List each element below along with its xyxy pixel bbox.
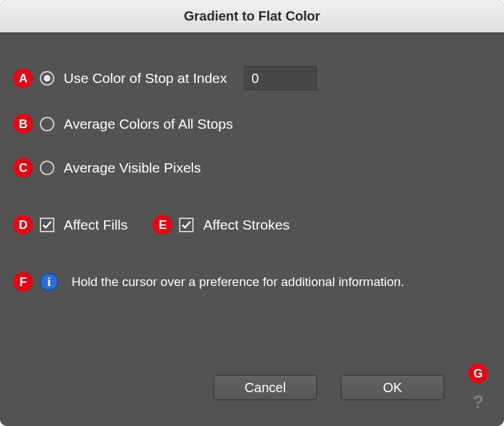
checkbox-label-strokes: Affect Strokes [203,217,289,233]
annotation-badge-f: F [13,272,33,292]
option-row-avg-pixels: C Average Visible Pixels [13,158,491,178]
cancel-button[interactable]: Cancel [214,375,317,400]
annotation-badge-a: A [13,68,33,88]
checkmark-icon [42,220,52,230]
radio-average-stops[interactable] [40,117,54,131]
stop-index-input[interactable] [244,66,317,90]
dialog-title: Gradient to Flat Color [184,9,320,24]
ok-button[interactable]: OK [341,375,444,400]
option-row-use-stop: A Use Color of Stop at Index [13,66,491,90]
affect-row: D Affect Fills E Affect Strokes [13,215,491,235]
checkbox-label-fills: Affect Fills [64,217,127,233]
radio-label-avg-stops: Average Colors of All Stops [64,116,233,132]
checkbox-affect-strokes[interactable] [179,218,194,232]
info-hint-text: Hold the cursor over a preference for ad… [72,275,405,289]
dialog-button-bar: Cancel OK G ? [214,364,488,411]
annotation-badge-d: D [13,215,33,235]
dialog-window: Gradient to Flat Color A Use Color of St… [0,0,504,426]
annotation-badge-c: C [13,158,33,178]
affect-strokes-group: E Affect Strokes [153,215,289,235]
info-icon: i [40,273,58,291]
color-mode-radio-group: A Use Color of Stop at Index B Average C… [13,66,491,178]
annotation-badge-b: B [13,114,33,134]
titlebar: Gradient to Flat Color [0,0,504,33]
dialog-content: A Use Color of Stop at Index B Average C… [0,33,504,426]
help-area: G ? [468,364,488,411]
help-icon[interactable]: ? [472,393,483,411]
checkmark-icon [181,220,192,230]
annotation-badge-e: E [153,215,172,235]
annotation-badge-g: G [468,364,488,384]
option-row-avg-stops: B Average Colors of All Stops [13,114,491,134]
checkbox-affect-fills[interactable] [40,218,54,232]
radio-label-avg-pixels: Average Visible Pixels [64,160,201,176]
info-row: F i Hold the cursor over a preference fo… [13,272,491,292]
radio-use-stop-index[interactable] [40,71,54,86]
radio-label-use-stop: Use Color of Stop at Index [64,70,227,86]
radio-average-pixels[interactable] [40,161,54,175]
